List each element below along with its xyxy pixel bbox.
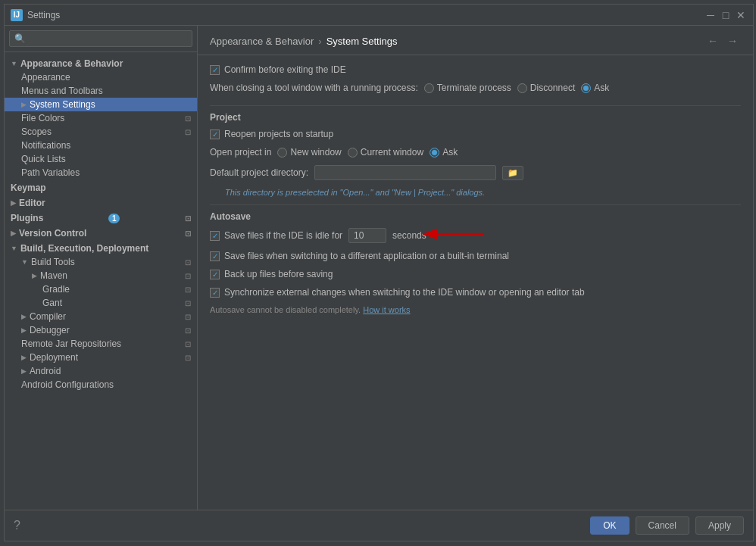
breadcrumb-current: System Settings bbox=[326, 36, 398, 47]
confirm-exit-checkbox[interactable] bbox=[210, 65, 220, 75]
sidebar-item-gradle[interactable]: Gradle ⊡ bbox=[5, 282, 197, 296]
autosave-note-row: Autosave cannot be disabled completely. … bbox=[210, 305, 741, 314]
sidebar-item-appearance[interactable]: Appearance bbox=[5, 70, 197, 84]
external-icon: ⊡ bbox=[185, 229, 191, 238]
ask-radio2[interactable] bbox=[430, 148, 439, 158]
sidebar-item-label: Path Variables bbox=[21, 167, 80, 178]
main-content: ▼ Appearance & Behavior Appearance Menus… bbox=[5, 26, 753, 510]
backup-row: Back up files before saving bbox=[210, 269, 741, 279]
current-window-radio[interactable] bbox=[348, 148, 358, 158]
external-icon: ⊡ bbox=[185, 313, 191, 321]
expand-arrow: ▶ bbox=[21, 367, 27, 375]
sidebar-item-label: Build, Execution, Deployment bbox=[20, 243, 148, 254]
sidebar-item-android[interactable]: ▶ Android bbox=[5, 364, 197, 378]
sidebar-item-label: Keymap bbox=[11, 183, 46, 193]
current-window-label[interactable]: Current window bbox=[348, 147, 423, 158]
save-switch-label[interactable]: Save files when switching to a different… bbox=[210, 251, 509, 261]
terminate-label[interactable]: Terminate process bbox=[424, 83, 511, 93]
sidebar-item-debugger[interactable]: ▶ Debugger ⊡ bbox=[5, 323, 197, 337]
external-icon: ⊡ bbox=[185, 340, 191, 348]
backup-checkbox[interactable] bbox=[210, 270, 220, 279]
ask-radio1[interactable] bbox=[581, 83, 591, 93]
sidebar-item-label: Version Control bbox=[19, 228, 86, 239]
sidebar-item-label: Gradle bbox=[42, 284, 70, 295]
sidebar-item-plugins[interactable]: Plugins 1 ⊡ bbox=[5, 210, 197, 225]
external-icon: ⊡ bbox=[185, 354, 191, 362]
sidebar-item-path-variables[interactable]: Path Variables bbox=[5, 166, 197, 179]
disconnect-label[interactable]: Disconnect bbox=[517, 83, 575, 93]
idle-seconds-input[interactable] bbox=[348, 228, 386, 243]
how-it-works-link[interactable]: How it works bbox=[363, 305, 410, 314]
sidebar-item-version-control[interactable]: ▶ Version Control ⊡ bbox=[5, 225, 197, 240]
apply-button[interactable]: Apply bbox=[695, 516, 744, 535]
new-window-radio[interactable] bbox=[277, 148, 287, 158]
browse-folder-button[interactable]: 📁 bbox=[502, 166, 523, 180]
sidebar-item-gant[interactable]: Gant ⊡ bbox=[5, 296, 197, 310]
new-window-label[interactable]: New window bbox=[277, 147, 341, 158]
close-button[interactable]: ✕ bbox=[735, 9, 747, 21]
sidebar-item-keymap[interactable]: Keymap bbox=[5, 179, 197, 195]
sidebar-item-file-colors[interactable]: File Colors ⊡ bbox=[5, 111, 197, 125]
sidebar-item-scopes[interactable]: Scopes ⊡ bbox=[5, 125, 197, 139]
reopen-checkbox[interactable] bbox=[210, 129, 220, 139]
save-idle-checkbox[interactable] bbox=[210, 231, 220, 241]
sidebar-item-editor[interactable]: ▶ Editor bbox=[5, 195, 197, 210]
sync-row: Synchronize external changes when switch… bbox=[210, 287, 741, 298]
sidebar-item-notifications[interactable]: Notifications bbox=[5, 139, 197, 152]
save-switch-checkbox[interactable] bbox=[210, 251, 220, 261]
sidebar-item-menus-toolbars[interactable]: Menus and Toolbars bbox=[5, 84, 197, 98]
window-title: Settings bbox=[27, 10, 60, 20]
ok-button[interactable]: OK bbox=[590, 516, 629, 535]
minimize-button[interactable]: ─ bbox=[704, 9, 717, 21]
sidebar-item-remote-jar[interactable]: Remote Jar Repositories ⊡ bbox=[5, 337, 197, 351]
sidebar-item-quick-lists[interactable]: Quick Lists bbox=[5, 152, 197, 166]
ask-label2[interactable]: Ask bbox=[430, 147, 458, 158]
sidebar-item-label: Menus and Toolbars bbox=[21, 86, 103, 96]
search-input[interactable] bbox=[9, 30, 192, 47]
backup-label[interactable]: Back up files before saving bbox=[210, 269, 333, 279]
back-button[interactable]: ← bbox=[704, 33, 721, 48]
sidebar-item-deployment[interactable]: ▶ Deployment ⊡ bbox=[5, 351, 197, 364]
sidebar-item-build-execution[interactable]: ▼ Build, Execution, Deployment bbox=[5, 240, 197, 255]
sidebar-item-label: Deployment bbox=[30, 352, 78, 363]
sidebar-item-maven[interactable]: ▶ Maven ⊡ bbox=[5, 269, 197, 282]
confirm-exit-label[interactable]: Confirm before exiting the IDE bbox=[210, 64, 346, 75]
external-icon: ⊡ bbox=[185, 326, 191, 335]
separator2 bbox=[210, 204, 741, 205]
cancel-button[interactable]: Cancel bbox=[636, 516, 689, 535]
ask-label1[interactable]: Ask bbox=[581, 83, 609, 93]
sidebar-item-label: Gant bbox=[42, 298, 62, 308]
save-switch-row: Save files when switching to a different… bbox=[210, 251, 741, 261]
app-icon: IJ bbox=[11, 9, 23, 21]
forward-button[interactable]: → bbox=[724, 33, 741, 48]
sidebar-item-label: Notifications bbox=[21, 140, 70, 151]
dir-hint: This directory is preselected in "Open..… bbox=[225, 188, 741, 197]
save-idle-label[interactable]: Save files if the IDE is idle for bbox=[210, 230, 342, 241]
sidebar: ▼ Appearance & Behavior Appearance Menus… bbox=[5, 26, 198, 510]
sidebar-item-label: Android bbox=[30, 366, 61, 376]
closing-tool-label: When closing a tool window with a runnin… bbox=[210, 83, 418, 93]
help-button[interactable]: ? bbox=[14, 519, 20, 532]
panel-body: Confirm before exiting the IDE When clos… bbox=[198, 55, 753, 510]
sidebar-item-system-settings[interactable]: ▶ System Settings bbox=[5, 98, 197, 111]
sidebar-item-android-configs[interactable]: Android Configurations bbox=[5, 378, 197, 392]
sync-label[interactable]: Synchronize external changes when switch… bbox=[210, 287, 585, 298]
sidebar-item-build-tools[interactable]: ▼ Build Tools ⊡ bbox=[5, 255, 197, 269]
disconnect-radio[interactable] bbox=[517, 83, 527, 93]
confirm-exit-text: Confirm before exiting the IDE bbox=[224, 64, 346, 75]
footer-buttons: OK Cancel Apply bbox=[590, 516, 744, 535]
sidebar-item-compiler[interactable]: ▶ Compiler ⊡ bbox=[5, 310, 197, 323]
sidebar-item-appearance-behavior[interactable]: ▼ Appearance & Behavior bbox=[5, 55, 197, 70]
terminate-radio[interactable] bbox=[424, 83, 434, 93]
project-section-title: Project bbox=[210, 112, 741, 123]
sync-checkbox[interactable] bbox=[210, 288, 220, 298]
breadcrumb-separator: › bbox=[318, 36, 321, 47]
external-icon: ⊡ bbox=[185, 114, 191, 123]
sidebar-item-label: Plugins bbox=[11, 213, 43, 223]
default-dir-input[interactable] bbox=[314, 165, 496, 180]
default-dir-label: Default project directory: bbox=[210, 167, 308, 178]
sidebar-item-label: Maven bbox=[40, 270, 67, 281]
maximize-button[interactable]: □ bbox=[720, 9, 732, 21]
sidebar-tree: ▼ Appearance & Behavior Appearance Menus… bbox=[5, 52, 197, 510]
reopen-label[interactable]: Reopen projects on startup bbox=[210, 129, 333, 139]
